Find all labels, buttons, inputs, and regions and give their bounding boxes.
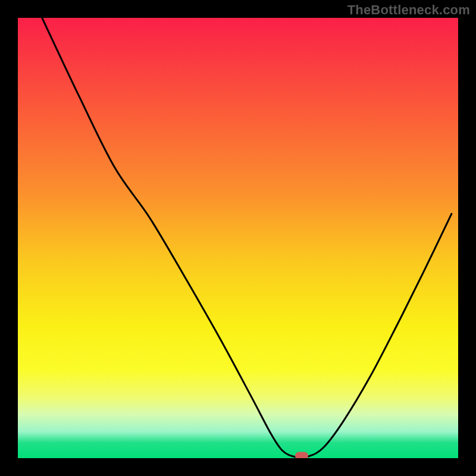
background-gradient [18,18,458,458]
svg-rect-0 [18,18,458,458]
optimal-point-marker [295,452,308,458]
plot-area [18,18,458,458]
chart-frame: TheBottleneck.com [0,0,476,476]
watermark-label: TheBottleneck.com [347,2,470,18]
